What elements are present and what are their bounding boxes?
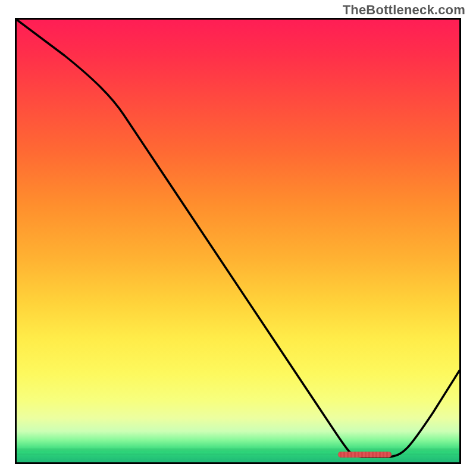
page-root: TheBottleneck.com — [0, 0, 476, 476]
watermark-text: TheBottleneck.com — [343, 2, 465, 18]
optimal-range-marker — [338, 452, 392, 458]
bottleneck-curve-path — [17, 20, 459, 457]
chart-curve-layer — [17, 20, 459, 462]
chart-frame — [15, 18, 461, 464]
